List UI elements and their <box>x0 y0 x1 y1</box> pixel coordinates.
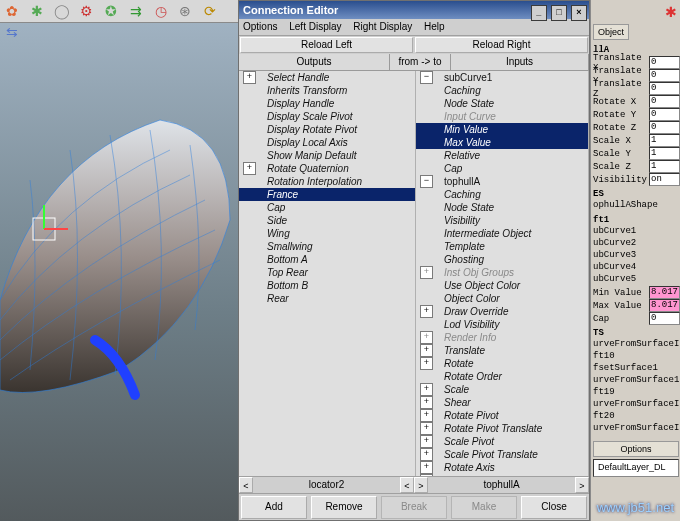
attribute-row[interactable]: Object Color <box>416 292 588 305</box>
attribute-row[interactable]: +Translate <box>416 344 588 357</box>
swap-right-button[interactable]: > <box>414 477 428 493</box>
attribute-row[interactable]: +Scale Pivot <box>416 435 588 448</box>
attribute-row[interactable]: +Shear <box>416 396 588 409</box>
expand-icon[interactable]: + <box>243 71 256 84</box>
attribute-row[interactable]: +Rotate Pivot <box>416 409 588 422</box>
shelf-icon[interactable]: ⟳ <box>200 1 220 21</box>
attribute-row[interactable]: Wing <box>239 227 415 240</box>
add-button[interactable]: Add <box>241 496 307 519</box>
attribute-row[interactable]: +Render Info <box>416 331 588 344</box>
attribute-row[interactable]: Display Scale Pivot <box>239 110 415 123</box>
shelf-icon[interactable]: ⊛ <box>175 1 195 21</box>
attribute-row[interactable]: Visibility <box>416 214 588 227</box>
output-node[interactable]: fsetSurface1 <box>593 363 680 375</box>
shelf-icon[interactable]: ✪ <box>101 1 121 21</box>
input-node[interactable]: ubCurve1 <box>593 226 680 238</box>
expand-icon[interactable]: + <box>420 435 433 448</box>
attribute-row[interactable]: Intermediate Object <box>416 227 588 240</box>
menu-left-display[interactable]: Left Display <box>289 21 341 32</box>
attribute-row[interactable]: Display Local Axis <box>239 136 415 149</box>
channel-value[interactable]: 0 <box>649 121 680 134</box>
expand-icon[interactable]: + <box>420 396 433 409</box>
attribute-row[interactable]: +Inst Obj Groups <box>416 266 588 279</box>
reload-right-button[interactable]: Reload Right <box>415 37 588 53</box>
maximize-icon[interactable]: □ <box>551 5 567 21</box>
close-button[interactable]: Close <box>521 496 587 519</box>
attribute-row[interactable]: +Scale <box>416 383 588 396</box>
channel-value[interactable]: 8.017 <box>649 286 680 299</box>
attribute-row[interactable]: −subCurve1 <box>416 71 588 84</box>
input-node[interactable]: ubCurve3 <box>593 250 680 262</box>
expand-icon[interactable]: − <box>420 71 433 84</box>
attribute-row[interactable]: Rotate Order <box>416 370 588 383</box>
attribute-row[interactable]: −tophullA <box>416 175 588 188</box>
shelf-icon[interactable]: ⚙ <box>76 1 96 21</box>
expand-icon[interactable]: + <box>420 305 433 318</box>
attribute-row[interactable]: Rotation Interpolation <box>239 175 415 188</box>
output-node[interactable]: urveFromSurfaceIso9 <box>593 423 680 435</box>
output-node[interactable]: urveFromSurfaceIso1 <box>593 399 680 411</box>
attribute-row[interactable]: Rear <box>239 292 415 305</box>
attribute-row[interactable]: Cap <box>239 201 415 214</box>
menu-help[interactable]: Help <box>424 21 445 32</box>
attribute-row[interactable]: Node State <box>416 201 588 214</box>
expand-icon[interactable]: + <box>420 357 433 370</box>
attribute-row[interactable]: Relative <box>416 149 588 162</box>
attribute-row[interactable]: Side <box>239 214 415 227</box>
window-titlebar[interactable]: Connection Editor _ □ × <box>239 1 589 19</box>
attribute-row[interactable]: +Geometry <box>416 474 588 476</box>
channel-value[interactable]: 0 <box>649 95 680 108</box>
expand-icon[interactable]: + <box>243 162 256 175</box>
attribute-row[interactable]: Lod Visibility <box>416 318 588 331</box>
channel-value[interactable]: 0 <box>649 69 680 82</box>
attribute-row[interactable]: Template <box>416 240 588 253</box>
expand-icon[interactable]: − <box>420 175 433 188</box>
attribute-row[interactable]: Caching <box>416 188 588 201</box>
options-bar[interactable]: Options <box>593 441 679 457</box>
attribute-row[interactable]: Caching <box>416 84 588 97</box>
channel-value[interactable]: 8.017 <box>649 299 680 312</box>
input-node[interactable]: ubCurve5 <box>593 274 680 286</box>
input-node[interactable]: ubCurve4 <box>593 262 680 274</box>
outputs-pane[interactable]: +Select HandleInherits TransformDisplay … <box>239 71 416 476</box>
expand-icon[interactable]: + <box>420 331 433 344</box>
expand-icon[interactable]: + <box>420 474 433 476</box>
reload-left-button[interactable]: Reload Left <box>240 37 413 53</box>
menu-right-display[interactable]: Right Display <box>353 21 412 32</box>
expand-icon[interactable]: + <box>420 461 433 474</box>
inputs-pane[interactable]: −subCurve1CachingNode StateInput CurveMi… <box>416 71 589 476</box>
attribute-row[interactable]: Use Object Color <box>416 279 588 292</box>
channel-value[interactable]: 1 <box>649 160 680 173</box>
expand-icon[interactable]: + <box>420 266 433 279</box>
attribute-row[interactable]: Min Value <box>416 123 588 136</box>
channel-value[interactable]: 0 <box>649 108 680 121</box>
attribute-row[interactable]: Bottom A <box>239 253 415 266</box>
input-node[interactable]: ubCurve2 <box>593 238 680 250</box>
shelf-icon[interactable]: ✱ <box>27 1 47 21</box>
attribute-row[interactable]: +Draw Override <box>416 305 588 318</box>
attribute-row[interactable]: Inherits Transform <box>239 84 415 97</box>
prev-node-button[interactable]: < <box>239 477 253 493</box>
output-node[interactable]: ft20 <box>593 411 680 423</box>
minimize-icon[interactable]: _ <box>531 5 547 21</box>
layer-field[interactable]: DefaultLayer_DL <box>593 459 679 477</box>
shape-name[interactable]: ophullAShape <box>593 200 680 212</box>
break-button[interactable]: Break <box>381 496 447 519</box>
attribute-row[interactable]: Top Rear <box>239 266 415 279</box>
shelf-icon[interactable]: ◷ <box>151 1 171 21</box>
expand-icon[interactable]: + <box>420 409 433 422</box>
attribute-row[interactable]: +Scale Pivot Translate <box>416 448 588 461</box>
attribute-row[interactable]: Ghosting <box>416 253 588 266</box>
output-node[interactable]: urveFromSurface1 <box>593 375 680 387</box>
channel-value[interactable]: 0 <box>649 56 680 69</box>
attribute-row[interactable]: +Rotate <box>416 357 588 370</box>
attribute-row[interactable]: Node State <box>416 97 588 110</box>
attribute-row[interactable]: Smallwing <box>239 240 415 253</box>
channel-value[interactable]: 0 <box>649 82 680 95</box>
expand-icon[interactable]: + <box>420 448 433 461</box>
close-icon[interactable]: × <box>571 5 587 21</box>
attribute-row[interactable]: Cap <box>416 162 588 175</box>
channel-value[interactable]: 1 <box>649 147 680 160</box>
attribute-row[interactable]: +Rotate Quaternion <box>239 162 415 175</box>
channel-value[interactable]: 0 <box>649 312 680 325</box>
